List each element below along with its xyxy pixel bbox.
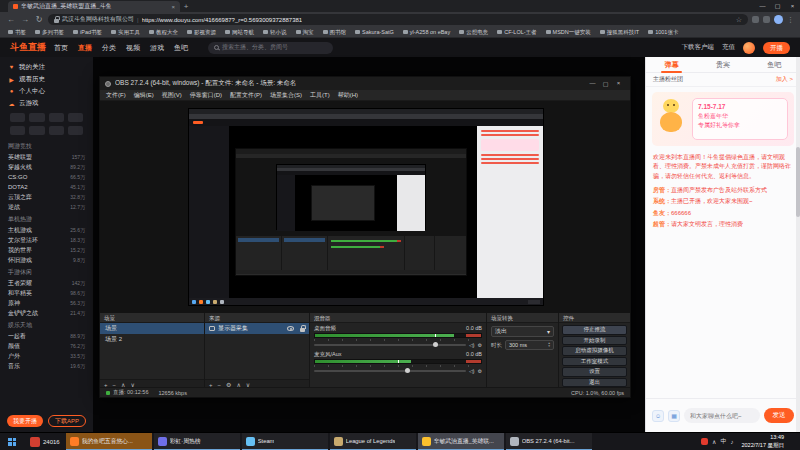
chat-tab[interactable]: 弹幕 — [646, 57, 697, 73]
obs-control-button[interactable]: 工作室模式 — [562, 357, 627, 367]
taskbar-app[interactable]: OBS 27.2.4 (64-bit... — [506, 433, 592, 450]
category-icon[interactable] — [49, 113, 64, 122]
category-icon[interactable] — [10, 113, 25, 122]
taskbar-app[interactable]: Steam — [242, 433, 328, 450]
channel-menu-icon[interactable]: ⚙ — [478, 368, 482, 374]
obs-control-button[interactable]: 退出 — [562, 378, 627, 388]
taskbar-app[interactable]: 辛敏武治直播_英雄联... — [418, 433, 504, 450]
bookmark-item[interactable]: 轻小说 — [263, 29, 287, 36]
nav-item[interactable]: 直播 — [78, 43, 92, 53]
nav-item[interactable]: 分类 — [102, 43, 116, 53]
bookmark-item[interactable]: 多列书签 — [35, 29, 64, 36]
scene-item[interactable]: 场景 — [100, 323, 204, 334]
start-streaming-button[interactable]: 我要开播 — [7, 415, 43, 427]
duration-spinner[interactable]: 300 ms ▴▾ — [505, 340, 554, 350]
image-icon[interactable]: ▦ — [668, 410, 680, 422]
browser-tab[interactable]: 辛敏武治直播_英雄联盟直播_斗鱼 × — [8, 1, 180, 12]
chat-tab[interactable]: 贵宾 — [697, 57, 748, 73]
download-client-link[interactable]: 下载客户端 — [682, 43, 715, 52]
sidebar-quick-item[interactable]: ▶ 观看历史 — [0, 73, 93, 85]
sidebar-category-row[interactable]: 怀旧游戏 9.8万 — [0, 255, 93, 265]
chat-user[interactable]: 鱼友 — [653, 210, 671, 216]
tray-app-icon[interactable] — [701, 438, 708, 445]
new-tab-button[interactable]: + — [180, 1, 192, 12]
nav-item[interactable]: 首页 — [54, 43, 68, 53]
extension-icon[interactable] — [752, 16, 759, 23]
sidebar-category-row[interactable]: 逆战 12.7万 — [0, 202, 93, 212]
bookmark-item[interactable]: iPad书签 — [73, 29, 102, 36]
sidebar-category-row[interactable]: 颜值 76.2万 — [0, 341, 93, 351]
stream-player[interactable]: OBS 27.2.4 (64-bit, windows) - 配置文件: 未命名… — [93, 57, 645, 432]
obs-control-button[interactable]: 开始录制 — [562, 336, 627, 346]
speaker-icon[interactable]: ◁) — [469, 342, 475, 348]
nav-item[interactable]: 游戏 — [150, 43, 164, 53]
category-icon[interactable] — [29, 126, 44, 135]
bookmark-item[interactable]: 图书馆 — [323, 29, 347, 36]
category-icon[interactable] — [68, 126, 83, 135]
obs-menu-item[interactable]: 帮助(H) — [334, 91, 362, 100]
chat-user[interactable]: 系统 — [653, 198, 671, 204]
nav-item[interactable]: 鱼吧 — [174, 43, 188, 53]
sidebar-category-row[interactable]: 金铲铲之战 21.4万 — [0, 308, 93, 318]
chat-tab[interactable]: 鱼吧 — [749, 57, 800, 73]
sidebar-category-row[interactable]: 云顶之弈 32.8万 — [0, 192, 93, 202]
site-search[interactable]: 搜索主播、分类、房间号 — [208, 42, 333, 54]
bookmark-item[interactable]: CF-LOL-王者 — [497, 29, 536, 36]
start-button[interactable] — [0, 433, 24, 450]
user-avatar[interactable] — [743, 42, 755, 54]
scene-item[interactable]: 场景 2 — [100, 334, 204, 345]
extension-icon[interactable] — [763, 16, 770, 23]
sidebar-quick-item[interactable]: ● 个人中心 — [0, 85, 93, 97]
reload-icon[interactable]: ↻ — [34, 15, 44, 24]
obs-menu-item[interactable]: 文件(F) — [102, 91, 130, 100]
close-icon[interactable]: × — [785, 0, 800, 12]
sidebar-category-row[interactable]: 英雄联盟 157万 — [0, 152, 93, 162]
bookmark-item[interactable]: 搜狐黑科技IT — [600, 29, 639, 36]
sidebar-category-row[interactable]: CS:GO 66.5万 — [0, 172, 93, 182]
obs-preview[interactable] — [100, 101, 630, 313]
category-icon[interactable] — [10, 126, 25, 135]
obs-menu-item[interactable]: 编辑(E) — [130, 91, 158, 100]
obs-menu-item[interactable]: 视图(V) — [158, 91, 186, 100]
chat-input[interactable] — [684, 408, 760, 423]
maximize-icon[interactable]: ▢ — [770, 0, 785, 12]
emoji-icon[interactable]: ☺ — [652, 410, 664, 422]
visibility-eye-icon[interactable] — [287, 326, 294, 331]
obs-menu-item[interactable]: 工具(T) — [306, 91, 334, 100]
transition-select[interactable]: 淡出 ▾ — [491, 326, 554, 337]
sidebar-category-row[interactable]: 主机游戏 25.6万 — [0, 225, 93, 235]
lock-icon[interactable] — [300, 328, 305, 332]
browser-menu-icon[interactable]: ⋮ — [787, 16, 794, 24]
taskbar-app[interactable]: 我的鱼吧五音悠心... — [66, 433, 152, 450]
bookmark-item[interactable]: 实用工具 — [111, 29, 140, 36]
tray-icon[interactable]: ∧ — [712, 438, 716, 445]
sidebar-category-row[interactable]: 穿越火线 89.2万 — [0, 162, 93, 172]
bookmark-item[interactable]: yl-A258 on eBay — [403, 29, 450, 35]
sidebar-category-row[interactable]: 我的世界 15.2万 — [0, 245, 93, 255]
sidebar-category-row[interactable]: 户外 33.5万 — [0, 351, 93, 361]
obs-menu-item[interactable]: 场景集合(S) — [266, 91, 306, 100]
nav-item[interactable]: 视频 — [126, 43, 140, 53]
source-item[interactable]: 显示器采集 — [205, 323, 309, 334]
taskbar-widget[interactable]: 24016 — [24, 433, 66, 450]
bookmark-item[interactable]: 网站导航 — [225, 29, 254, 36]
obs-control-button[interactable]: 停止推流 — [562, 325, 627, 335]
bookmark-star-icon[interactable]: ☆ — [736, 16, 742, 24]
category-icon[interactable] — [49, 126, 64, 135]
taskbar-clock[interactable]: 13:49 2022/7/17 星期日 — [738, 434, 789, 448]
tab-close-icon[interactable]: × — [171, 4, 175, 10]
go-live-button[interactable]: 开播 — [763, 42, 790, 54]
tray-icon[interactable]: 中 — [721, 437, 727, 446]
scrollbar-thumb[interactable] — [796, 147, 800, 217]
obs-titlebar[interactable]: OBS 27.2.4 (64-bit, windows) - 配置文件: 未命名… — [100, 77, 630, 90]
tray-icon[interactable]: ♪ — [731, 439, 734, 445]
sidebar-category-row[interactable]: 王者荣耀 142万 — [0, 278, 93, 288]
volume-slider[interactable]: ◁) ⚙ — [314, 367, 482, 375]
sidebar-category-row[interactable]: DOTA2 45.1万 — [0, 182, 93, 192]
minimize-icon[interactable]: — — [755, 0, 770, 12]
bookmark-item[interactable]: 淘宝 — [296, 29, 314, 36]
obs-control-button[interactable]: 设置 — [562, 367, 627, 377]
join-fan-club-button[interactable]: 加入 > — [776, 75, 793, 84]
obs-maximize-icon[interactable]: ▢ — [599, 80, 612, 87]
address-bar[interactable]: 武汉斗鱼网络科技有限公司 | https://www.douyu.com/416… — [48, 14, 748, 25]
